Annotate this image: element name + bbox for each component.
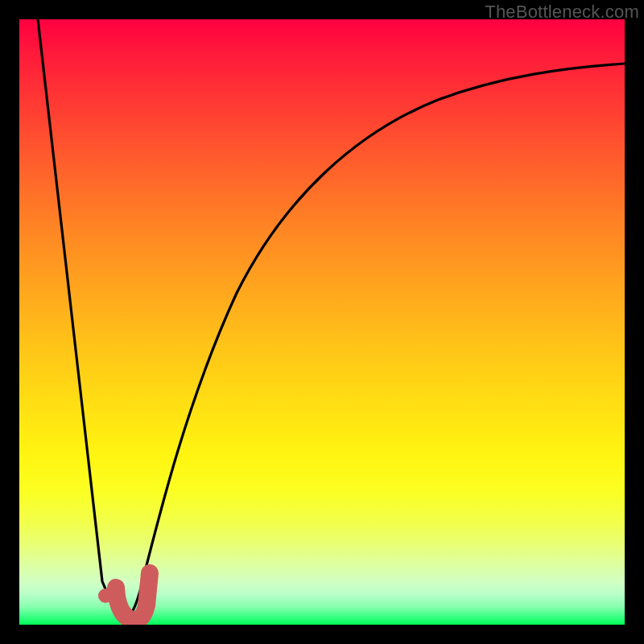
plot-area <box>19 19 625 625</box>
curve-layer <box>19 19 625 625</box>
optimal-j-marker-hook <box>116 573 150 620</box>
chart-container: TheBottleneck.com <box>0 0 644 644</box>
bottleneck-curve <box>38 19 625 617</box>
optimal-j-marker-dot <box>98 588 113 603</box>
watermark-text: TheBottleneck.com <box>485 2 639 23</box>
